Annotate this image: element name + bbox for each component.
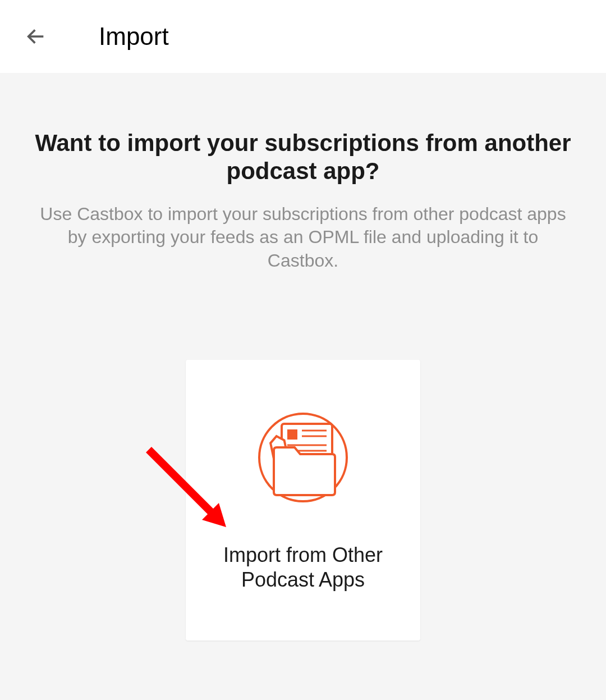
page-title: Import [99, 22, 169, 51]
svg-rect-6 [287, 429, 297, 440]
sub-text: Use Castbox to import your subscriptions… [34, 203, 572, 273]
back-arrow-icon[interactable] [22, 23, 49, 50]
main-heading: Want to import your subscriptions from a… [34, 129, 572, 186]
folder-files-icon [252, 408, 354, 509]
card-container: Import from Other Podcast Apps [34, 360, 572, 640]
header: Import [0, 0, 606, 73]
import-from-other-apps-card[interactable]: Import from Other Podcast Apps [186, 360, 420, 640]
import-card-label: Import from Other Podcast Apps [208, 543, 398, 591]
content-area: Want to import your subscriptions from a… [0, 73, 606, 697]
